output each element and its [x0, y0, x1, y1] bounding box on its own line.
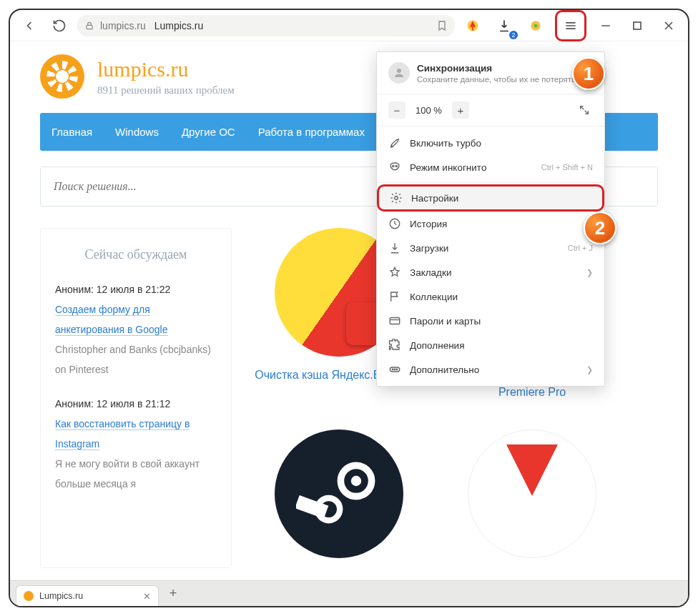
- zoom-out-button[interactable]: −: [388, 101, 405, 119]
- svg-point-18: [396, 369, 398, 370]
- menu-label: Режим инкогнито: [410, 162, 486, 173]
- downloads-button[interactable]: 2: [492, 14, 516, 38]
- site-tagline: 8911 решений ваших проблем: [97, 84, 235, 96]
- zoom-row: − 100 % +: [377, 94, 604, 126]
- lock-icon: [84, 21, 94, 31]
- new-tab-button[interactable]: +: [163, 584, 183, 604]
- menu-history[interactable]: История: [377, 212, 604, 236]
- card-thumb: [275, 429, 403, 558]
- minimize-button[interactable]: [594, 14, 618, 38]
- menu-label: Дополнительно: [410, 364, 479, 375]
- dots-icon: [388, 363, 401, 376]
- back-button[interactable]: [17, 14, 41, 38]
- svg-point-16: [392, 369, 393, 370]
- svg-point-3: [534, 24, 538, 27]
- svg-rect-4: [634, 22, 641, 29]
- menu-label: Пароли и карты: [410, 316, 481, 327]
- tab-bar: Lumpics.ru ✕ +: [10, 580, 688, 606]
- url-title: Lumpics.ru: [154, 20, 203, 31]
- nav-item[interactable]: Работа в программах: [247, 113, 376, 151]
- menu-hint: Ctrl + Shift + N: [541, 163, 593, 172]
- nav-item[interactable]: Главная: [40, 113, 104, 151]
- menu-label: Загрузки: [410, 243, 448, 254]
- article-card[interactable]: [253, 429, 425, 568]
- callout-2: 2: [584, 212, 616, 244]
- downloads-badge: 2: [509, 31, 518, 39]
- comment-item: Аноним: 12 июля в 21:22 Создаем форму дл…: [55, 279, 217, 379]
- sync-subtitle: Сохраните данные, чтобы их не потерять: [417, 75, 576, 84]
- close-tab-icon[interactable]: ✕: [143, 591, 151, 602]
- reload-button[interactable]: [47, 14, 72, 38]
- favicon: [24, 591, 34, 601]
- chevron-right-icon: ❯: [586, 268, 593, 277]
- comment-text: Christopher and Banks (cbcjbanks) on Pin…: [55, 339, 217, 379]
- download-icon: [388, 242, 401, 254]
- menu-bookmarks[interactable]: Закладки ❯: [377, 260, 604, 284]
- menu-label: Коллекции: [410, 292, 458, 302]
- menu-incognito[interactable]: Режим инкогнито Ctrl + Shift + N: [377, 155, 604, 179]
- bookmark-icon[interactable]: [436, 20, 448, 31]
- menu-settings[interactable]: Настройки: [378, 186, 603, 210]
- svg-point-12: [395, 197, 398, 200]
- chevron-right-icon: ❯: [586, 365, 593, 374]
- menu-turbo[interactable]: Включить турбо: [377, 131, 604, 155]
- menu-label: Закладки: [410, 267, 451, 278]
- comment-meta: Аноним: 12 июля в 21:22: [55, 279, 217, 299]
- callout-1: 1: [572, 57, 605, 90]
- svg-rect-14: [390, 318, 400, 324]
- menu-separator: [377, 182, 604, 183]
- maximize-button[interactable]: [625, 14, 649, 38]
- menu-collections[interactable]: Коллекции: [377, 284, 604, 309]
- clock-icon: [388, 217, 401, 230]
- gear-icon: [390, 192, 403, 204]
- fullscreen-button[interactable]: [576, 101, 593, 119]
- discussion-sidebar: Сейчас обсуждаем Аноним: 12 июля в 21:22…: [40, 228, 232, 568]
- mask-icon: [388, 161, 401, 174]
- puzzle-icon: [388, 339, 401, 352]
- browser-toolbar: lumpics.ru Lumpics.ru 2: [10, 10, 688, 41]
- menu-hint: Ctrl + J: [568, 244, 593, 252]
- menu-button-highlight: [555, 10, 586, 41]
- zoom-in-button[interactable]: +: [452, 101, 469, 119]
- svg-rect-0: [87, 25, 92, 29]
- rocket-icon: [388, 136, 401, 149]
- menu-addons[interactable]: Дополнения: [377, 333, 604, 357]
- comment-text: Я не могу войти в свой аккаунт больше ме…: [55, 454, 217, 494]
- address-bar[interactable]: lumpics.ru Lumpics.ru: [77, 15, 455, 36]
- svg-point-11: [395, 165, 397, 167]
- article-card[interactable]: [446, 429, 618, 568]
- nav-item[interactable]: Windows: [104, 113, 170, 151]
- comment-link[interactable]: Создаем форму для анкетирования в Google: [55, 304, 168, 336]
- site-logo[interactable]: [40, 54, 84, 99]
- sync-section[interactable]: Синхронизация Сохраните данные, чтобы их…: [377, 52, 604, 94]
- svg-point-9: [397, 69, 401, 73]
- comment-link[interactable]: Как восстановить страницу в Instagram: [55, 418, 190, 450]
- avatar-icon: [388, 62, 410, 84]
- menu-label: История: [410, 219, 447, 229]
- card-icon: [388, 314, 401, 327]
- menu-more[interactable]: Дополнительно ❯: [377, 357, 604, 382]
- menu-label: Включить турбо: [410, 138, 481, 149]
- sidebar-title: Сейчас обсуждаем: [55, 247, 217, 262]
- svg-point-17: [394, 369, 395, 370]
- comment-meta: Аноним: 12 июля в 21:12: [55, 394, 217, 414]
- menu-downloads[interactable]: Загрузки Ctrl + J: [377, 236, 604, 260]
- extension-icon[interactable]: [524, 14, 548, 38]
- svg-point-10: [393, 165, 394, 167]
- browser-tab[interactable]: Lumpics.ru ✕: [16, 585, 159, 607]
- tab-title: Lumpics.ru: [39, 591, 83, 601]
- sync-title: Синхронизация: [417, 63, 576, 74]
- zoom-value: 100 %: [410, 105, 448, 116]
- menu-label: Настройки: [411, 193, 458, 204]
- card-thumb: [468, 429, 596, 558]
- close-window-button[interactable]: [657, 14, 681, 38]
- comment-item: Аноним: 12 июля в 21:12 Как восстановить…: [55, 394, 217, 494]
- browser-menu: Синхронизация Сохраните данные, чтобы их…: [376, 51, 605, 387]
- menu-passwords[interactable]: Пароли и карты: [377, 309, 604, 333]
- nav-item[interactable]: Другие ОС: [170, 113, 247, 151]
- menu-button[interactable]: [559, 14, 583, 38]
- flag-icon: [388, 290, 401, 303]
- star-icon: [388, 266, 401, 279]
- yandex-icon[interactable]: [461, 14, 485, 38]
- svg-point-6: [351, 476, 361, 486]
